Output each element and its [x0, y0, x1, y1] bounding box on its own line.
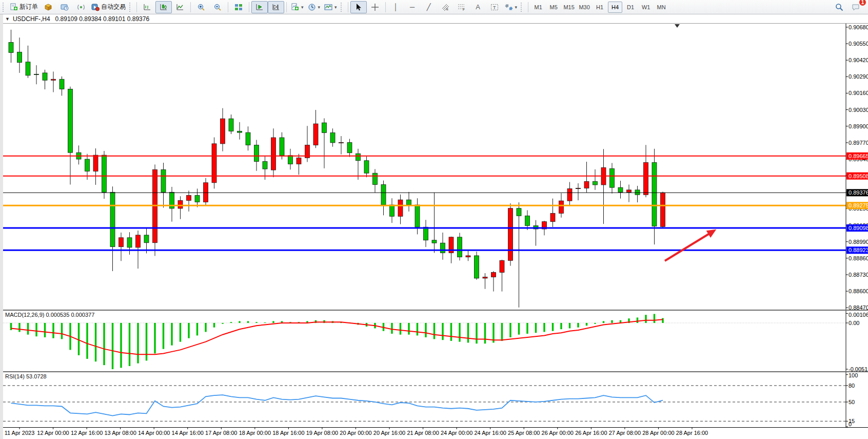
zoom-out-button[interactable] — [209, 1, 226, 13]
chart-title-bar[interactable]: ▼ USDCHF-,H4 0.89109 0.89384 0.89101 0.8… — [3, 14, 868, 23]
price-chart-pane[interactable]: 0.906800.905500.904200.902900.901600.900… — [3, 23, 868, 310]
horizontal-line-tool[interactable]: ─ — [404, 1, 421, 13]
svg-text:T: T — [493, 5, 496, 10]
arrows-icon — [505, 3, 513, 11]
time-tick-label: 28 Apr 16:00 — [676, 430, 708, 436]
new-order-button[interactable]: 新订单 — [8, 1, 40, 13]
notification-badge: 1 — [859, 0, 866, 6]
terminal-button[interactable] — [56, 1, 73, 13]
svg-text:0.89098: 0.89098 — [849, 225, 868, 231]
rsi-tick-label: 100 — [849, 372, 858, 378]
timeframe-m30[interactable]: M30 — [577, 2, 591, 13]
clock-icon — [308, 3, 316, 11]
price-tick-label: 0.90680 — [849, 24, 868, 30]
signals-button[interactable] — [73, 1, 89, 13]
text-tool[interactable]: A — [470, 1, 486, 13]
timeframe-m1[interactable]: M1 — [531, 2, 545, 13]
candlestick-chart-icon — [160, 3, 168, 11]
time-tick-label: 18 Apr 00:00 — [239, 430, 271, 436]
time-tick-label: 11 Apr 2023 — [5, 430, 35, 436]
text-label-tool[interactable]: T — [486, 1, 503, 13]
fibonacci-tool[interactable]: F — [453, 1, 470, 13]
chart-window: ▼ USDCHF-,H4 0.89109 0.89384 0.89101 0.8… — [0, 14, 868, 439]
rsi-tick-label: 0 — [849, 421, 852, 427]
time-tick-label: 14 Apr 00:00 — [138, 430, 170, 436]
notifications-button[interactable]: 1 — [847, 1, 864, 13]
search-icon — [835, 3, 843, 11]
chevron-down-icon: ▾ — [318, 5, 321, 10]
vertical-line-tool[interactable]: │ — [388, 1, 404, 13]
indicators-button[interactable]: ▾ — [289, 1, 306, 13]
toolbar: 新订单 — [0, 0, 868, 14]
chart-line-button[interactable] — [172, 1, 188, 13]
time-tick-label: 18 Apr 16:00 — [272, 430, 304, 436]
timeframe-h4[interactable]: H4 — [608, 2, 622, 13]
rsi-line — [11, 395, 663, 416]
svg-text:0.88923: 0.88923 — [849, 247, 868, 253]
time-tick-label: 27 Apr 08:00 — [609, 430, 641, 436]
symbol-dropdown-icon[interactable]: ▼ — [5, 16, 10, 22]
timeframe-mn[interactable]: MN — [654, 2, 668, 13]
chevron-down-icon: ▾ — [334, 5, 337, 10]
timeframe-group: M1M5M15M30H1H4D1W1MN — [530, 2, 669, 13]
periods-button[interactable]: ▾ — [306, 1, 323, 13]
macd-pane[interactable]: MACD(12,26,9) 0.000535 0.000377 0.001060… — [3, 310, 868, 372]
toolbar-grip[interactable] — [521, 3, 524, 12]
channel-tool[interactable]: E — [437, 1, 453, 13]
toolbar-grip[interactable] — [3, 3, 6, 12]
time-axis-scale[interactable]: 11 Apr 202312 Apr 00:0012 Apr 16:0013 Ap… — [3, 427, 868, 439]
text-label-icon: T — [490, 3, 499, 11]
timeframe-h1[interactable]: H1 — [593, 2, 607, 13]
time-tick-label: 26 Apr 00:00 — [542, 430, 574, 436]
timeframe-m5[interactable]: M5 — [546, 2, 561, 13]
toolbar-grip[interactable] — [341, 3, 344, 12]
auto-trading-label: 自动交易 — [101, 3, 126, 11]
macd-chart[interactable]: 0.001060.00-0.005154 — [3, 311, 868, 371]
chart-shift-button[interactable] — [268, 1, 284, 13]
time-tick-label: 25 Apr 08:00 — [508, 430, 540, 436]
candlestick-chart[interactable]: 0.906800.905500.904200.902900.901600.900… — [3, 24, 868, 310]
timeframe-w1[interactable]: W1 — [639, 2, 653, 13]
mt4-terminal: 新订单 — [0, 0, 868, 439]
price-tick-label: 0.88600 — [849, 288, 868, 294]
trendline-tool[interactable]: ╱ — [421, 1, 437, 13]
auto-scroll-icon — [255, 3, 264, 11]
cursor-button[interactable] — [350, 1, 367, 13]
zoom-in-button[interactable] — [193, 1, 209, 13]
bar-chart-icon — [143, 3, 151, 11]
market-watch-button[interactable] — [40, 1, 56, 13]
svg-text:E: E — [446, 8, 448, 11]
templates-button[interactable]: ▾ — [322, 1, 339, 13]
indicators-icon — [291, 3, 299, 11]
channel-icon: E — [441, 3, 449, 11]
crosshair-button[interactable] — [367, 1, 383, 13]
rsi-pane[interactable]: RSI(14) 53.0728 1008050150 — [3, 372, 868, 428]
vline-icon: │ — [394, 3, 398, 11]
auto-trading-button[interactable]: 自动交易 — [89, 1, 128, 13]
chart-bars-button[interactable] — [139, 1, 155, 13]
search-button[interactable] — [831, 1, 847, 13]
candles — [9, 30, 665, 308]
zoom-in-icon — [197, 3, 205, 11]
timeframe-d1[interactable]: D1 — [623, 2, 638, 13]
svg-text:0.89508: 0.89508 — [849, 173, 868, 179]
time-axis[interactable]: 11 Apr 202312 Apr 00:0012 Apr 16:0013 Ap… — [3, 427, 868, 439]
price-tick-label: 0.90290 — [849, 73, 868, 80]
time-tick-label: 21 Apr 08:00 — [407, 430, 439, 436]
svg-text:0.89275: 0.89275 — [849, 202, 868, 208]
chart-candles-button[interactable] — [155, 1, 172, 13]
price-tick-label: 0.90550 — [849, 41, 868, 47]
arrows-tool[interactable]: ▾ — [503, 1, 520, 13]
price-tick-label: 0.88860 — [849, 255, 868, 261]
terminal-icon — [61, 3, 69, 11]
new-order-label: 新订单 — [19, 3, 38, 11]
symbol-period-label: USDCHF-,H4 — [13, 15, 50, 23]
rsi-chart[interactable]: 1008050150 — [3, 372, 868, 427]
toolbar-grip[interactable] — [129, 3, 133, 12]
auto-scroll-button[interactable] — [251, 1, 268, 13]
fibonacci-icon: F — [458, 3, 466, 11]
time-tick-label: 20 Apr 00:00 — [340, 430, 371, 436]
timeframe-m15[interactable]: M15 — [562, 2, 576, 13]
signals-icon — [77, 3, 85, 11]
tile-windows-button[interactable] — [230, 1, 247, 13]
